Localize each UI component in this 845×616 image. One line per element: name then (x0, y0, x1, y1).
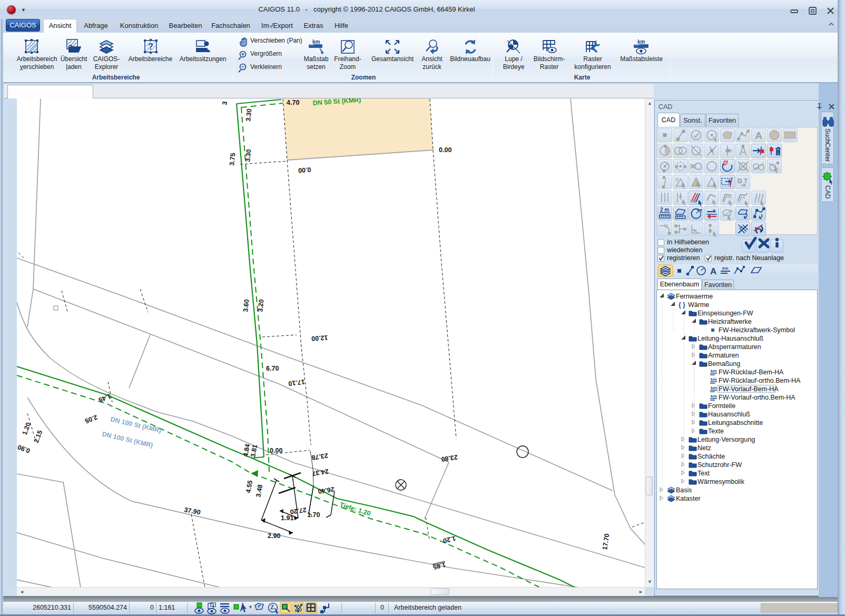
svg-text:1.20: 1.20 (443, 534, 457, 544)
svg-text:km: km (711, 377, 717, 382)
svg-text:Tiefe: 1.20: Tiefe: 1.20 (339, 501, 371, 517)
svg-text:T: T (744, 177, 748, 185)
svg-text:37.90: 37.90 (183, 506, 201, 516)
svg-text:6.70: 6.70 (266, 365, 279, 372)
svg-text:B: B (738, 177, 742, 185)
svg-text:1.70: 1.70 (307, 511, 320, 519)
svg-text:DN 100 St (KMR): DN 100 St (KMR) (101, 430, 153, 449)
svg-text:α: α (675, 176, 679, 182)
svg-text:DN 100 St (KMR): DN 100 St (KMR) (110, 415, 162, 434)
svg-text:17.70: 17.70 (601, 533, 611, 550)
svg-text:1.20: 1.20 (21, 421, 32, 436)
svg-text:3.30: 3.30 (244, 149, 252, 163)
svg-text:km: km (637, 39, 645, 45)
svg-text:1.85: 1.85 (433, 561, 447, 571)
svg-text:4.70: 4.70 (287, 99, 299, 106)
svg-text:3.30: 3.30 (244, 108, 253, 122)
svg-text:0.90: 0.90 (17, 443, 31, 454)
svg-text:26.40: 26.40 (318, 485, 335, 495)
svg-text:0.00: 0.00 (439, 146, 451, 154)
svg-text:3.20: 3.20 (257, 299, 265, 313)
svg-text:23.80: 23.80 (441, 453, 458, 463)
svg-text:2.05: 2.05 (84, 413, 99, 424)
svg-text:?: ? (148, 42, 153, 51)
svg-text:0.00: 0.00 (270, 447, 282, 454)
svg-text:▼: ▼ (248, 604, 253, 610)
svg-text:2.90: 2.90 (268, 532, 280, 540)
svg-text:17.10: 17.10 (288, 378, 306, 388)
svg-text:Z: Z (271, 604, 274, 610)
svg-text:3.60: 3.60 (242, 299, 250, 313)
svg-text:{ }: { } (679, 301, 685, 309)
svg-text:km: km (312, 39, 320, 45)
svg-text:3.48: 3.48 (254, 484, 264, 498)
svg-text:12.00: 12.00 (311, 334, 328, 342)
svg-text:3: 3 (221, 101, 229, 105)
svg-text:1.91: 1.91 (281, 514, 293, 522)
svg-text:23.78: 23.78 (311, 452, 329, 461)
svg-text:km: km (711, 394, 717, 399)
svg-text:0.00: 0.00 (298, 166, 311, 174)
svg-text:2.15: 2.15 (33, 429, 44, 444)
svg-text:3.75: 3.75 (228, 153, 237, 166)
svg-text:km: km (711, 385, 717, 390)
svg-text:4.55: 4.55 (244, 480, 254, 493)
svg-text:A: A (755, 130, 762, 141)
svg-text:3.81: 3.81 (249, 444, 259, 458)
svg-text:2 m: 2 m (660, 207, 669, 213)
svg-text:km: km (711, 369, 717, 373)
